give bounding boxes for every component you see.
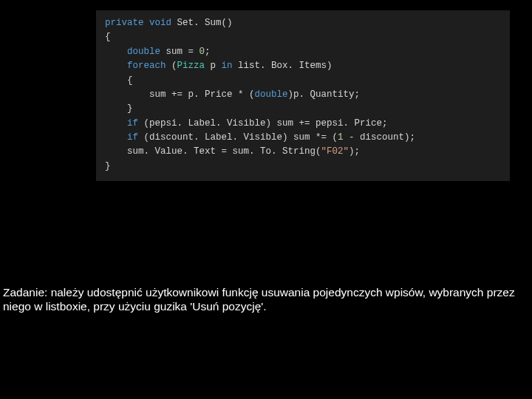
indent [105,146,127,157]
indent [105,132,127,143]
keyword: double [127,47,160,57]
code-text: - discount); [344,132,416,143]
code-line: } [105,102,501,116]
code-text: ); [349,146,360,157]
code-line: private void Set. Sum() [105,16,501,30]
code-text: list. Box. Items) [233,61,332,71]
code-text: ( [166,61,177,71]
keyword: in [222,61,233,71]
code-text: (pepsi. Label. Visible) sum += pepsi. Pr… [138,118,388,129]
code-line: foreach (Pizza p in list. Box. Items) [105,59,501,73]
indent [105,47,127,57]
keyword: if [127,132,138,143]
string: "F02" [321,146,349,157]
code-line: if (discount. Label. Visible) sum *= (1 … [105,131,501,145]
parens: () [222,18,233,28]
indent [105,118,127,129]
code-text: p [205,61,222,71]
keyword: private [105,18,144,28]
number: 1 [338,132,344,143]
code-line: { [105,74,501,88]
keyword: if [127,118,138,129]
code-line: sum += p. Price * (double)p. Quantity; [105,88,501,102]
code-text: sum += p. Price * ( [149,89,255,100]
code-text: sum = [160,47,200,57]
number: 0 [200,47,205,57]
code-line: double sum = 0; [105,45,501,59]
code-line: sum. Value. Text = sum. To. String("F02"… [105,145,501,159]
code-block: private void Set. Sum() { double sum = 0… [96,10,510,181]
indent [105,89,149,100]
method-name: Set. Sum [177,18,222,28]
code-line: if (pepsi. Label. Visible) sum += pepsi.… [105,117,501,131]
keyword: foreach [127,61,166,71]
code-line: } [105,160,501,174]
code-text: sum. Value. Text = sum. To. String( [127,146,321,157]
keyword: double [255,89,288,100]
keyword: void [149,18,171,28]
semicolon: ; [205,47,211,57]
code-line: { [105,30,501,44]
code-text: (discount. Label. Visible) sum *= ( [138,132,338,143]
task-text: Zadanie: należy udostępnić użytkownikowi… [3,285,529,314]
indent [105,61,127,71]
type: Pizza [177,61,205,71]
code-text: )p. Quantity; [288,89,361,100]
